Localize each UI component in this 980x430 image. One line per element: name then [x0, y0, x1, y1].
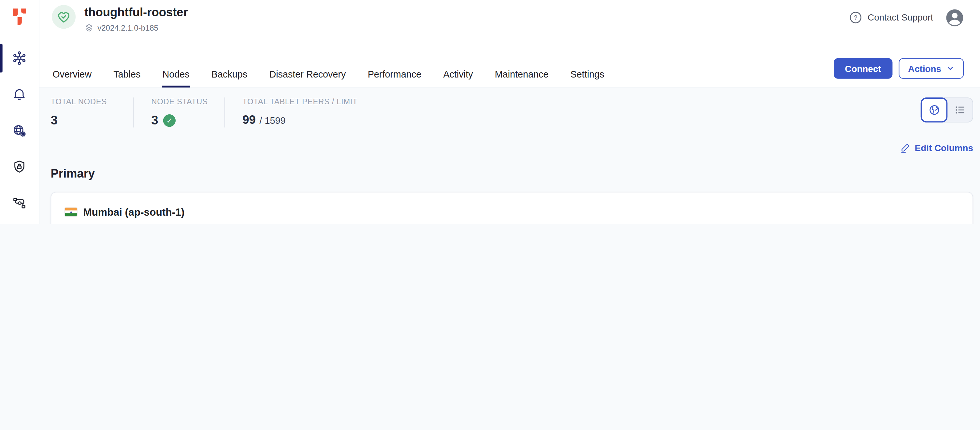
universe-actions: Connect Actions	[834, 53, 964, 79]
list-icon	[953, 104, 966, 116]
sidebar-item-alerts[interactable]	[0, 80, 39, 109]
region-header: Mumbai (ap-south-1)	[51, 193, 972, 224]
heart-check-icon	[56, 10, 72, 24]
layers-icon	[84, 23, 94, 33]
universe-header: thoughtful-rooster v2024.2.1.0-b185	[52, 5, 188, 45]
help-circle-icon: ?	[849, 11, 863, 24]
tab-nodes[interactable]: Nodes	[162, 45, 190, 87]
edit-columns-label: Edit Columns	[915, 143, 973, 153]
chevron-down-icon	[946, 65, 954, 73]
tab-maintenance[interactable]: Maintenance	[494, 45, 549, 87]
universe-version: v2024.2.1.0-b185	[84, 23, 188, 33]
actions-dropdown-button[interactable]: Actions	[899, 58, 964, 78]
map-view-toggle[interactable]	[921, 97, 947, 123]
india-flag-icon	[65, 207, 77, 216]
actions-label: Actions	[908, 64, 941, 73]
connect-button[interactable]: Connect	[834, 58, 892, 78]
sidebar-item-security[interactable]	[0, 153, 39, 181]
yugabyte-logo-icon	[9, 6, 30, 27]
tab-settings[interactable]: Settings	[570, 45, 605, 87]
tab-disaster-recovery[interactable]: Disaster Recovery	[269, 45, 346, 87]
sidebar-item-universes[interactable]	[0, 44, 39, 72]
region-card: Mumbai (ap-south-1) Node Zone	[51, 192, 973, 224]
stat-tablet-peers: TOTAL TABLET PEERS / LIMIT 99 / 1599	[224, 97, 375, 127]
bell-icon	[12, 87, 27, 102]
yugabyte-logo[interactable]	[9, 6, 30, 27]
tab-tables[interactable]: Tables	[113, 45, 141, 87]
tabs: Overview Tables Nodes Backups Disaster R…	[52, 45, 605, 87]
stat-total-nodes: TOTAL NODES 3	[51, 97, 133, 127]
cluster-section-title: Primary	[51, 167, 973, 180]
edit-columns-row: Edit Columns	[51, 142, 973, 153]
globe-icon	[928, 104, 940, 116]
region-name: Mumbai (ap-south-1)	[83, 206, 185, 218]
view-toggle	[921, 97, 973, 123]
tablet-peers-value: 99	[242, 113, 256, 127]
list-view-toggle[interactable]	[947, 98, 972, 122]
tab-backups[interactable]: Backups	[211, 45, 248, 87]
sidebar-item-cloud-config[interactable]	[0, 116, 39, 145]
universe-name: thoughtful-rooster	[84, 5, 188, 20]
stat-label: TOTAL NODES	[51, 97, 116, 106]
node-status-value: 3	[151, 113, 158, 127]
universe-health-badge	[52, 5, 76, 29]
svg-text:?: ?	[854, 14, 858, 21]
stats-band: TOTAL NODES 3 NODE STATUS 3 ✓ TOTAL TABL…	[51, 88, 973, 128]
total-nodes-value: 3	[51, 113, 57, 127]
stat-label: NODE STATUS	[151, 97, 207, 106]
tab-bar: Overview Tables Nodes Backups Disaster R…	[40, 45, 980, 87]
universe-meta: thoughtful-rooster v2024.2.1.0-b185	[84, 5, 188, 45]
tablet-peers-limit: / 1599	[259, 115, 285, 126]
tab-performance[interactable]: Performance	[367, 45, 422, 87]
globe-gear-icon	[12, 123, 27, 138]
app-window: thoughtful-rooster v2024.2.1.0-b185 ?	[0, 0, 980, 224]
edit-columns-button[interactable]: Edit Columns	[900, 142, 973, 153]
sidebar-nav	[0, 44, 39, 224]
contact-support-link[interactable]: ? Contact Support	[849, 11, 934, 24]
user-avatar[interactable]	[945, 8, 964, 27]
shield-lock-icon	[12, 159, 27, 174]
version-text: v2024.2.1.0-b185	[97, 24, 158, 32]
healthy-check-icon: ✓	[163, 114, 176, 126]
top-header: thoughtful-rooster v2024.2.1.0-b185 ?	[40, 0, 980, 45]
sidebar	[0, 0, 40, 224]
pencil-icon	[900, 142, 911, 153]
main-area: thoughtful-rooster v2024.2.1.0-b185 ?	[40, 0, 980, 224]
top-right-controls: ? Contact Support	[849, 5, 964, 30]
stat-label: TOTAL TABLET PEERS / LIMIT	[242, 97, 357, 106]
sidebar-item-integrations[interactable]	[0, 189, 39, 217]
cluster-hub-icon	[12, 51, 27, 65]
contact-support-label: Contact Support	[868, 13, 933, 22]
stat-node-status: NODE STATUS 3 ✓	[133, 97, 224, 127]
flow-diagram-icon	[12, 196, 27, 210]
tab-activity[interactable]: Activity	[443, 45, 474, 87]
tab-overview[interactable]: Overview	[52, 45, 92, 87]
nodes-content: TOTAL NODES 3 NODE STATUS 3 ✓ TOTAL TABL…	[40, 88, 980, 224]
